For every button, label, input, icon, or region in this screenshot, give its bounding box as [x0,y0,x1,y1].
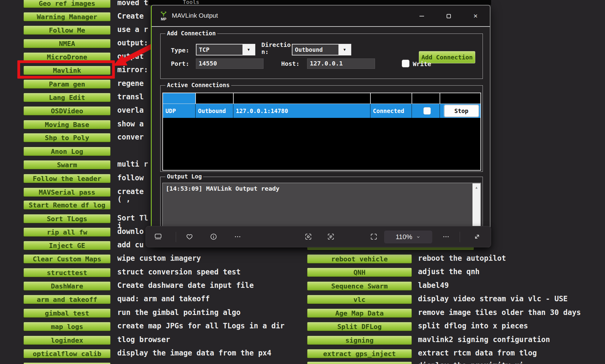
port-input[interactable]: 14550 [196,58,264,69]
tool-description: adjust the qnh [418,268,479,276]
slideshow-icon[interactable] [154,233,162,241]
info-icon[interactable] [210,233,218,241]
table-row[interactable]: UDP Outbound 127.0.0.1:14780 Connected S… [163,104,480,118]
tool-button[interactable]: Follow the leader [23,174,111,183]
scroll-up-icon[interactable]: ▲ [472,183,480,191]
tool-button[interactable]: arm and takeoff [23,295,111,304]
tool-button[interactable]: Swarm [23,160,111,169]
write-label: Write [413,61,431,68]
screen: Geo ref images moved t Warning Manager C… [0,0,605,364]
port-label: Port: [171,60,189,67]
group-legend: Add Connection [165,30,217,37]
write-checkbox[interactable] [402,60,409,67]
tool-description: label49 [418,282,449,289]
column-header[interactable] [440,93,480,104]
tool-button[interactable]: Start Remote df log [23,200,111,210]
tool-button[interactable]: Shp to Poly [23,133,111,142]
tool-button[interactable]: Follow Me [23,26,111,35]
tool-button[interactable]: Clear Custom Maps [23,254,111,263]
column-header[interactable] [412,93,440,104]
photos-toolbar: 110% [146,226,491,247]
tool-button[interactable]: Param gen [23,80,111,89]
tool-button[interactable]: OSDVideo [23,106,111,115]
close-button[interactable]: ✕ [469,9,483,23]
tool-button[interactable]: Inject GE [23,241,111,250]
tool-button[interactable]: Warning Manager [23,12,111,21]
chevron-down-icon[interactable]: ▼ [242,44,255,55]
chevron-down-icon [416,235,421,239]
host-input[interactable]: 127.0.0.1 [307,58,375,69]
direction-label: Direction: [261,41,292,55]
log-line: [14:53:09] MAVLink Output ready [166,185,279,192]
tool-button[interactable]: rip all fw [23,228,111,237]
tool-button[interactable]: structtest [23,268,111,277]
tool-button[interactable]: Split DFLog [307,322,412,331]
tool-description: run the gimbal pointing algo [117,309,241,316]
fit-to-window-icon[interactable] [370,233,378,241]
tool-button[interactable]: signing [307,336,412,345]
tool-description: conver [117,133,144,141]
text-extract-icon[interactable] [327,233,335,241]
maximize-button[interactable] [442,9,456,23]
tool-button[interactable]: DashWare [23,281,111,291]
tool-button[interactable]: MAVSerial pass [23,188,111,197]
menu-strip: Tools [149,0,491,5]
column-header[interactable] [233,93,370,104]
tool-button[interactable]: logindex [23,336,111,345]
tool-description: use a r [117,26,148,34]
tool-button[interactable]: Sequence Swarm [307,281,412,291]
tool-button[interactable]: QNH [307,268,412,277]
toolbar-divider [176,232,176,242]
tool-button[interactable]: gimbal test [23,309,111,318]
tool-description: struct conversion speed test [117,268,241,276]
favorite-heart-icon[interactable] [186,233,193,241]
tool-description: remove image tiles older than 30 days [418,309,581,316]
tool-button[interactable]: map logs [23,322,111,331]
window-title: MAVLink Output [172,12,218,19]
visual-search-icon[interactable] [304,233,312,241]
tool-button[interactable] [23,362,111,364]
window-titlebar[interactable]: MP MAVLink Output ✕ [152,5,490,27]
zoom-level: 110% [396,233,412,241]
chevron-down-icon[interactable]: ▼ [338,44,351,55]
tool-button[interactable]: reboot vehicle [307,254,412,263]
menu-item-tools[interactable]: Tools [183,0,199,5]
column-header[interactable] [163,93,195,104]
cell-action: Stop [440,104,480,118]
tool-button[interactable] [307,362,412,364]
tool-description: overla [117,107,144,114]
group-legend: Output Log [165,173,203,180]
close-icon: ✕ [473,13,478,19]
tool-button[interactable]: Lang Edit [23,93,111,102]
column-header[interactable] [195,93,233,104]
row-write-checkbox[interactable] [423,107,431,115]
direction-dropdown-value: Outbound [292,44,338,55]
type-label: Type: [171,47,189,54]
column-header[interactable] [370,93,412,104]
tool-button[interactable]: Anon Log [23,147,111,156]
direction-dropdown[interactable]: Outbound ▼ [292,44,351,55]
cell-status: Connected [370,104,412,118]
tool-description: show a [117,120,144,128]
stop-button[interactable]: Stop [444,105,479,117]
tool-button[interactable]: opticalflow calib [23,349,111,358]
tool-button[interactable]: NMEA [23,39,111,48]
tool-button[interactable]: vlc [307,295,412,304]
more-options-icon[interactable] [442,233,450,241]
tool-button[interactable]: Age Map Data [307,309,412,318]
annotation-highlight-box [17,60,115,79]
tool-button[interactable]: Sort TLogs [23,214,111,223]
tool-button[interactable]: extract gps_inject [307,349,412,358]
type-dropdown[interactable]: TCP ▼ [196,44,255,55]
minimize-button[interactable] [415,9,429,23]
more-options-icon[interactable] [234,233,242,241]
tool-description: extract rtcm data from tlog [418,349,537,357]
tool-description: Create [117,12,144,20]
maximize-icon [447,14,451,18]
zoom-dropdown[interactable]: 110% [384,231,432,243]
fullscreen-icon[interactable] [473,233,481,241]
tool-button[interactable]: Moving Base [23,120,111,129]
host-label: Host: [281,60,299,67]
cell-write [412,104,440,118]
tool-button[interactable]: Geo ref images [23,0,111,8]
